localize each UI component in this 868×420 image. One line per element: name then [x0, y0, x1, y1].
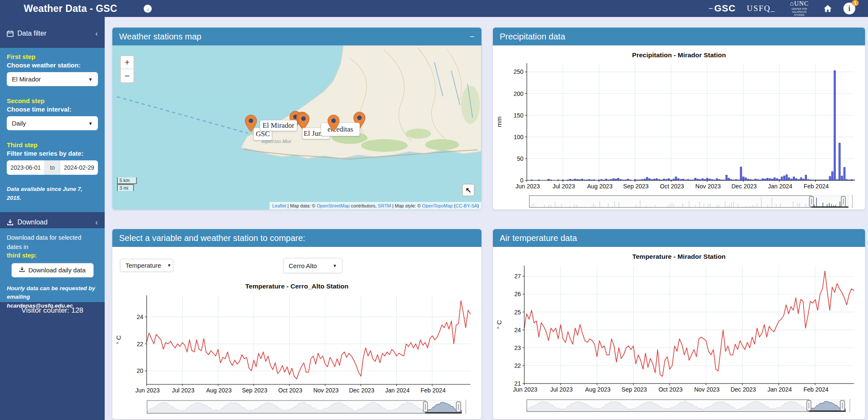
date-from-input[interactable]: [7, 160, 45, 175]
air-temperature-panel: Air temperature data Temperature - Mirad…: [493, 229, 865, 419]
svg-text:Oct 2023: Oct 2023: [659, 386, 683, 393]
precip-range-selector[interactable]: [529, 195, 855, 210]
time-interval-select[interactable]: Daily ▼: [7, 116, 98, 130]
gsc-logo: ~GSC: [709, 3, 736, 14]
sidebar-section-download[interactable]: Download ‹: [0, 215, 105, 230]
third-step-question: Filter time series by date:: [7, 150, 98, 157]
station-tooltip-label: El Mirador: [260, 120, 297, 131]
svg-text:Oct 2023: Oct 2023: [660, 183, 684, 190]
download-icon: [19, 266, 25, 274]
unc-logo: ⌂UNC CENTER FOR GALAPAGOS STUDIES: [787, 0, 812, 17]
download-icon: [7, 219, 14, 226]
third-step-label: Third step: [7, 141, 98, 148]
ccbysa-link[interactable]: CC-BY-SA: [456, 203, 478, 208]
svg-text:24: 24: [136, 314, 143, 320]
ferry-route-dashed-line: [117, 97, 248, 133]
compare-temperature-chart[interactable]: 202224Jun 2023Jul 2023Aug 2023Sep 2023Oc…: [115, 289, 479, 400]
visitor-counter: Visitor counter: 128: [0, 306, 105, 315]
map-scale-bar: 5 km 3 mi: [117, 177, 137, 191]
air-temperature-panel-header: Air temperature data: [493, 229, 865, 247]
svg-text:Dec 2023: Dec 2023: [731, 386, 756, 393]
svg-text:24: 24: [514, 327, 521, 333]
variable-dropdown[interactable]: Temperature ▼: [120, 259, 173, 272]
svg-text:Jun 2023: Jun 2023: [135, 387, 160, 394]
map-zoom-control: + −: [120, 55, 134, 83]
info-icon[interactable]: i 1: [843, 3, 855, 14]
svg-text:22: 22: [514, 362, 521, 369]
opentopomap-link[interactable]: OpenTopoMap: [422, 203, 453, 208]
airtemp-range-selector[interactable]: [526, 399, 852, 414]
compare-range-selector[interactable]: [146, 400, 468, 416]
notification-badge: 1: [852, 0, 859, 6]
svg-text:20: 20: [136, 367, 143, 374]
arrow-up-left-icon: ↖: [465, 186, 471, 195]
precipitation-panel: Precipitation data Precipitation - Mirad…: [493, 28, 865, 210]
collapse-minus-icon[interactable]: −: [470, 32, 475, 41]
chart-svg[interactable]: 050100150200250Jun 2023Jul 2023Aug 2023S…: [495, 57, 862, 194]
range-selector-svg[interactable]: [526, 399, 852, 412]
air-temperature-panel-title: Air temperature data: [500, 233, 577, 243]
svg-text:Jun 2023: Jun 2023: [515, 183, 540, 190]
data-filter-body: First step Choose weather station: El Mi…: [0, 48, 105, 212]
svg-text:Aug 2023: Aug 2023: [585, 386, 611, 393]
home-icon[interactable]: [823, 4, 832, 13]
data-availability-note: Data available since June 7, 2015.: [7, 185, 98, 203]
sidebar-section-data-filter[interactable]: Data filter ‹: [0, 26, 105, 41]
date-to-input[interactable]: [60, 160, 98, 175]
svg-text:° C: ° C: [495, 320, 503, 329]
data-filter-title: Data filter: [17, 30, 46, 37]
first-step-label: First step: [7, 53, 98, 60]
svg-text:Dec 2023: Dec 2023: [349, 387, 374, 394]
chart-svg[interactable]: 202224Jun 2023Jul 2023Aug 2023Sep 2023Oc…: [115, 289, 479, 398]
svg-text:Sep 2023: Sep 2023: [621, 386, 647, 393]
osm-link[interactable]: OpenStreetMap: [317, 203, 350, 208]
usfq-logo: USFQ_: [747, 4, 776, 13]
precipitation-panel-body: Precipitation - Mirador Station 05010015…: [493, 45, 865, 210]
leaflet-link[interactable]: Leaflet: [272, 203, 286, 208]
svg-text:Jan 2024: Jan 2024: [768, 183, 793, 190]
range-selector-svg[interactable]: [529, 195, 855, 208]
chart-svg[interactable]: 21222324252627Jun 2023Jul 2023Aug 2023Se…: [495, 260, 862, 397]
weather-station-select[interactable]: El Mirador ▼: [7, 72, 98, 86]
caret-down-icon: ▼: [327, 263, 337, 268]
map-reset-view-button[interactable]: ↖: [462, 184, 475, 196]
caret-down-icon: ▼: [161, 263, 171, 268]
srtm-link[interactable]: SRTM: [378, 203, 391, 208]
arrow-circle-down-icon[interactable]: ↓: [144, 5, 152, 13]
app-window: Weather Data - GSC ↓ ~GSC USFQ_ ⌂UNC CEN…: [0, 0, 868, 420]
svg-text:Aug 2023: Aug 2023: [206, 387, 231, 394]
download-title: Download: [17, 218, 47, 226]
second-step-question: Choose time interval:: [7, 106, 98, 113]
compare-station-dropdown[interactable]: Cerro Alto ▼: [283, 258, 342, 273]
svg-text:° C: ° C: [115, 335, 122, 344]
svg-text:27: 27: [514, 273, 521, 280]
date-range-to-label: to: [45, 160, 60, 175]
station-marker-pin-icon[interactable]: [327, 115, 340, 132]
precipitation-panel-title: Precipitation data: [500, 32, 565, 42]
chevron-left-icon[interactable]: ‹: [95, 29, 98, 38]
compare-panel-title: Select a variable and weather station to…: [119, 233, 305, 243]
leaflet-map[interactable]: aquerizo Mor + − GSCEl MiradorEl Juncoer…: [112, 45, 481, 210]
svg-text:Jul 2023: Jul 2023: [172, 387, 195, 394]
svg-text:Jan 2024: Jan 2024: [385, 387, 410, 394]
station-tooltip-label: erceditas: [321, 123, 360, 136]
svg-text:Dec 2023: Dec 2023: [732, 183, 757, 190]
range-selector-svg[interactable]: [146, 400, 468, 414]
map-attribution: Leaflet | Map data: © OpenStreetMap cont…: [270, 202, 481, 210]
zoom-in-button[interactable]: +: [121, 56, 134, 69]
air-temperature-chart[interactable]: 21222324252627Jun 2023Jul 2023Aug 2023Se…: [495, 260, 862, 399]
precipitation-chart[interactable]: 050100150200250Jun 2023Jul 2023Aug 2023S…: [495, 57, 862, 196]
date-range-group: to: [7, 160, 98, 175]
chevron-left-icon[interactable]: ‹: [95, 218, 98, 227]
precipitation-panel-header: Precipitation data: [493, 28, 865, 45]
download-daily-data-button[interactable]: Download daily data: [11, 263, 94, 277]
zoom-out-button[interactable]: −: [121, 69, 134, 82]
sidebar: Data filter ‹ First step Choose weather …: [0, 17, 105, 420]
svg-text:Jun 2023: Jun 2023: [513, 386, 537, 393]
air-temperature-panel-body: Temperature - Mirador Station 2122232425…: [493, 247, 865, 419]
svg-text:Jul 2023: Jul 2023: [553, 183, 575, 190]
svg-text:Jan 2024: Jan 2024: [768, 386, 792, 393]
calendar-icon: [7, 30, 14, 37]
download-instructions: Download data for selected dates in: [7, 233, 98, 252]
top-navbar: Weather Data - GSC ↓ ~GSC USFQ_ ⌂UNC CEN…: [0, 0, 868, 17]
